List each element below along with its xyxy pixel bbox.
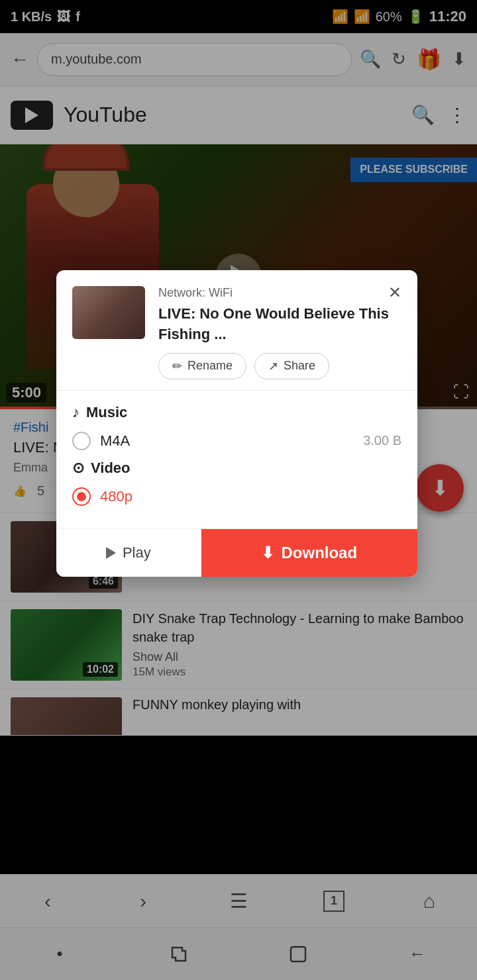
- video-section-icon: ⊙: [72, 460, 84, 477]
- rename-icon: ✏: [172, 359, 182, 373]
- modal-buttons: Play ⬇ Download: [56, 528, 417, 577]
- video-format-option[interactable]: 480p: [72, 487, 401, 506]
- modal-close-button[interactable]: ✕: [383, 281, 407, 305]
- modal-share-button[interactable]: ↗ Share: [254, 353, 329, 379]
- video-radio-button[interactable]: [72, 487, 91, 506]
- video-format-label: 480p: [100, 488, 401, 505]
- modal-overlay[interactable]: Network: WiFi LIVE: No One Would Believe…: [0, 0, 477, 980]
- music-format-option[interactable]: M4A 3.00 B: [72, 432, 401, 450]
- music-section-label: Music: [86, 404, 127, 421]
- play-label: Play: [123, 544, 151, 562]
- music-section-title: ♪ Music: [72, 404, 401, 421]
- modal-video-title: LIVE: No One Would Believe This Fishing …: [158, 304, 401, 345]
- modal-action-buttons: ✏ Rename ↗ Share: [158, 353, 401, 379]
- modal-rename-button[interactable]: ✏ Rename: [158, 353, 246, 379]
- download-button[interactable]: ⬇ Download: [201, 529, 417, 577]
- modal-thumbnail: [72, 286, 145, 339]
- download-label: Download: [281, 544, 357, 562]
- video-section-title: ⊙ Video: [72, 460, 401, 477]
- close-icon: ✕: [388, 283, 401, 302]
- music-note-icon: ♪: [72, 404, 80, 421]
- play-button-icon: [106, 547, 116, 559]
- share-icon: ↗: [268, 359, 278, 373]
- rename-label: Rename: [187, 359, 233, 373]
- download-icon: ⬇: [261, 544, 274, 562]
- video-section-label: Video: [91, 460, 131, 477]
- music-format-size: 3.00 B: [363, 433, 401, 448]
- modal-header: Network: WiFi LIVE: No One Would Believe…: [56, 270, 417, 390]
- download-modal: Network: WiFi LIVE: No One Would Believe…: [56, 270, 417, 577]
- video-radio-inner: [77, 492, 86, 501]
- modal-network-label: Network: WiFi: [158, 286, 401, 300]
- play-button[interactable]: Play: [56, 529, 201, 577]
- modal-info: Network: WiFi LIVE: No One Would Believe…: [158, 286, 401, 379]
- music-format-label: M4A: [100, 432, 354, 450]
- music-radio-button[interactable]: [72, 432, 91, 450]
- modal-thumb-image: [72, 286, 145, 339]
- modal-body: ♪ Music M4A 3.00 B ⊙ Video 480p: [56, 391, 417, 528]
- share-label: Share: [284, 359, 315, 373]
